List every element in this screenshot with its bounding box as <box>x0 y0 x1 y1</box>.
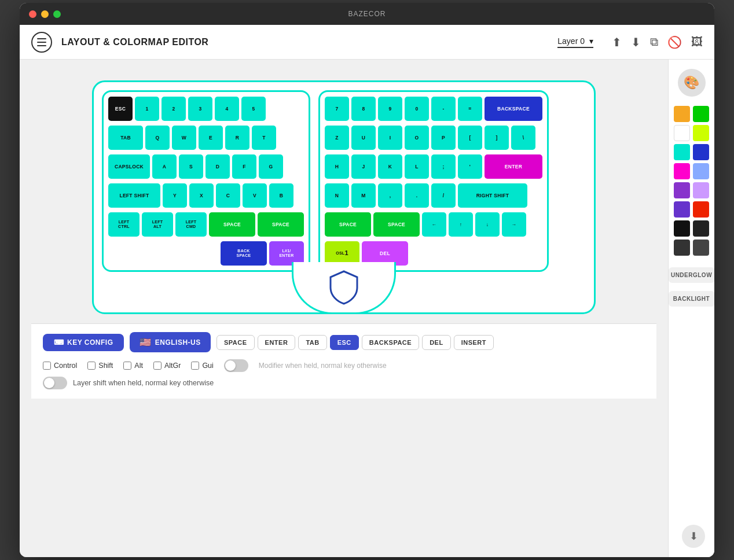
key-enter[interactable]: ENTER <box>485 154 542 179</box>
key-a[interactable]: A <box>152 154 177 179</box>
key-left-alt[interactable]: LEFTALT <box>142 212 173 237</box>
close-button[interactable] <box>29 10 36 18</box>
key-0[interactable]: 0 <box>405 97 429 121</box>
copy-icon[interactable]: ⧉ <box>650 35 658 49</box>
maximize-button[interactable] <box>53 10 61 18</box>
color-swatch-black2[interactable] <box>693 220 709 237</box>
key-space-left2[interactable]: SPACE <box>258 212 304 237</box>
key-quote[interactable]: ' <box>458 154 482 179</box>
color-swatch-black1[interactable] <box>674 220 690 237</box>
shift-checkbox[interactable] <box>87 362 96 370</box>
color-swatch-blue[interactable] <box>693 144 709 160</box>
key-left-ctrl[interactable]: LEFTCTRL <box>108 212 140 237</box>
key-backspace[interactable]: BACKSPACE <box>485 97 542 121</box>
key-right-shift[interactable]: RIGHT SHIFT <box>458 183 527 208</box>
palette-icon[interactable]: 🎨 <box>678 69 706 97</box>
color-swatch-white[interactable] <box>674 125 690 141</box>
key-2[interactable]: 2 <box>162 97 186 121</box>
shortcut-insert[interactable]: INSERT <box>454 335 494 350</box>
key-h[interactable]: H <box>325 154 349 179</box>
key-u[interactable]: U <box>351 126 376 150</box>
key-j[interactable]: J <box>351 154 376 179</box>
underglow-button[interactable]: UNDERGLOW <box>669 267 715 283</box>
key-space-right1[interactable]: SPACE <box>325 212 371 237</box>
color-swatch-lavender[interactable] <box>693 182 709 198</box>
key-backslash[interactable]: \ <box>511 126 535 150</box>
upload-icon[interactable]: ⬆ <box>612 35 622 49</box>
key-z[interactable]: Z <box>325 126 349 150</box>
key-l[interactable]: L <box>405 154 429 179</box>
backlight-button[interactable]: BACKLIGHT <box>669 291 715 307</box>
key-y[interactable]: Y <box>163 183 187 208</box>
key-7[interactable]: 7 <box>325 97 349 121</box>
key-o[interactable]: O <box>405 126 429 150</box>
english-us-button[interactable]: 🇺🇸 ENGLISH-US <box>130 332 211 352</box>
color-swatch-green[interactable] <box>693 106 709 122</box>
control-checkbox[interactable] <box>43 362 51 370</box>
key-arrow-up[interactable]: ↑ <box>449 212 473 237</box>
color-swatch-magenta[interactable] <box>674 163 690 179</box>
key-f[interactable]: F <box>232 154 256 179</box>
key-equals[interactable]: = <box>458 97 482 121</box>
key-s[interactable]: S <box>179 154 203 179</box>
key-backspace-thumb[interactable]: BACKSPACE <box>221 241 267 266</box>
key-p[interactable]: P <box>431 126 456 150</box>
layer-selector[interactable]: Layer 0 ▾ <box>557 36 593 48</box>
shortcut-space[interactable]: SPACE <box>216 335 255 350</box>
color-swatch-purple[interactable] <box>674 182 690 198</box>
color-swatch-red[interactable] <box>693 201 709 218</box>
shortcut-del[interactable]: DEL <box>422 335 451 350</box>
key-space-left1[interactable]: SPACE <box>209 212 255 237</box>
color-swatch-dark2[interactable] <box>693 240 709 256</box>
key-x[interactable]: X <box>189 183 214 208</box>
key-arrow-right[interactable]: → <box>502 212 526 237</box>
color-swatch-violet[interactable] <box>674 201 690 218</box>
key-b[interactable]: B <box>269 183 293 208</box>
key-r[interactable]: R <box>225 126 249 150</box>
color-swatch-yellow-green[interactable] <box>693 125 709 141</box>
key-g[interactable]: G <box>259 154 283 179</box>
key-tab[interactable]: TAB <box>108 126 143 150</box>
key-3[interactable]: 3 <box>188 97 212 121</box>
modifier-toggle[interactable] <box>224 359 248 372</box>
color-swatch-light-blue[interactable] <box>693 163 709 179</box>
key-space-right2[interactable]: SPACE <box>373 212 420 237</box>
key-minus[interactable]: - <box>431 97 456 121</box>
key-q[interactable]: Q <box>145 126 170 150</box>
key-left-shift[interactable]: LEFT SHIFT <box>108 183 160 208</box>
color-swatch-cyan[interactable] <box>674 144 690 160</box>
color-swatch-yellow[interactable] <box>674 106 690 122</box>
minimize-button[interactable] <box>41 10 49 18</box>
key-e[interactable]: E <box>199 126 223 150</box>
key-period[interactable]: . <box>405 183 429 208</box>
key-config-button[interactable]: ⌨ KEY CONFIG <box>43 334 124 351</box>
shortcut-backspace[interactable]: BACKSPACE <box>362 335 419 350</box>
shortcut-enter[interactable]: ENTER <box>258 335 296 350</box>
key-left-cmd[interactable]: LEFTCMD <box>175 212 207 237</box>
key-semicolon[interactable]: ; <box>431 154 456 179</box>
shortcut-tab[interactable]: TAB <box>298 335 326 350</box>
color-swatch-dark1[interactable] <box>674 240 690 256</box>
download-floating-button[interactable]: ⬇ <box>682 525 705 548</box>
slash-icon[interactable]: 🚫 <box>667 35 682 49</box>
key-1[interactable]: 1 <box>135 97 159 121</box>
key-i[interactable]: I <box>378 126 402 150</box>
key-m[interactable]: M <box>351 183 376 208</box>
altgr-checkbox[interactable] <box>153 362 162 370</box>
key-slash[interactable]: / <box>431 183 456 208</box>
shortcut-esc[interactable]: ESC <box>330 335 359 350</box>
key-t[interactable]: T <box>252 126 276 150</box>
key-8[interactable]: 8 <box>351 97 376 121</box>
key-comma[interactable]: , <box>378 183 402 208</box>
key-d[interactable]: D <box>205 154 230 179</box>
key-lbracket[interactable]: [ <box>458 126 482 150</box>
key-4[interactable]: 4 <box>215 97 239 121</box>
key-arrow-down[interactable]: ↓ <box>475 212 500 237</box>
menu-button[interactable] <box>31 32 52 53</box>
key-n[interactable]: N <box>325 183 349 208</box>
gui-checkbox[interactable] <box>191 362 199 370</box>
key-arrow-left[interactable]: ← <box>422 212 446 237</box>
key-rbracket[interactable]: ] <box>485 126 509 150</box>
layer-shift-toggle[interactable] <box>43 377 67 389</box>
key-c[interactable]: C <box>216 183 240 208</box>
